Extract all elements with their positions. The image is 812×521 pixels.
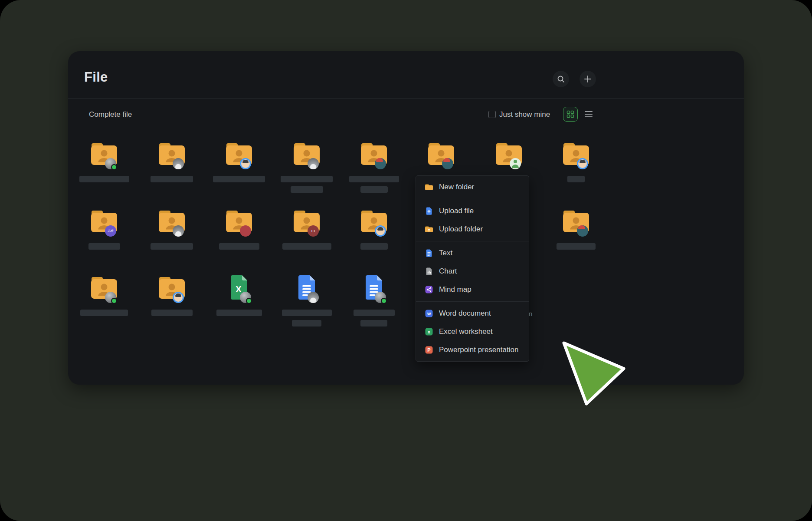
menu-item-label: Word document	[439, 309, 491, 318]
redacted-file-name	[360, 320, 387, 326]
file-item[interactable]: X	[206, 274, 272, 335]
menu-item-label: Mind map	[439, 285, 471, 294]
file-item[interactable]	[72, 274, 137, 335]
menu-item-label: Powerpoint presentation	[439, 346, 518, 354]
redacted-file-name	[88, 243, 120, 250]
redacted-file-name	[282, 310, 332, 316]
redacted-file-name	[216, 310, 262, 316]
file-grid: 志程LIX	[68, 51, 744, 385]
word-icon: w	[425, 309, 433, 318]
partially-hidden-text: n	[529, 310, 532, 317]
boy-blue-ring-avatar	[375, 225, 386, 237]
redacted-file-name	[557, 243, 596, 250]
redacted-file-name	[151, 243, 193, 250]
gray-photo-avatar	[105, 158, 116, 169]
redacted-file-name	[219, 243, 259, 250]
menu-item-word-document[interactable]: wWord document	[416, 304, 529, 323]
file-item[interactable]	[206, 140, 272, 201]
new-folder-icon	[425, 183, 433, 191]
file-item[interactable]	[139, 274, 204, 335]
chart-doc-icon	[425, 267, 433, 276]
file-item[interactable]	[544, 207, 609, 269]
menu-item-chart[interactable]: Chart	[416, 262, 529, 280]
menu-item-excel-worksheet[interactable]: xExcel worksheet	[416, 323, 529, 341]
redacted-file-name	[360, 186, 388, 193]
maroon-li-avatar: LI	[308, 225, 319, 237]
redacted-file-name	[567, 176, 585, 182]
redacted-file-name	[354, 310, 395, 316]
redacted-file-name	[80, 310, 128, 316]
text-doc-icon	[425, 249, 433, 257]
svg-text:x: x	[428, 329, 430, 334]
svg-text:w: w	[427, 311, 431, 316]
red-text-avatar	[240, 225, 251, 237]
menu-item-label: New folder	[439, 183, 474, 191]
cat-avatar	[173, 225, 184, 237]
gray-photo-avatar	[105, 292, 116, 303]
green-person-avatar	[510, 158, 521, 169]
menu-item-mind-map[interactable]: Mind map	[416, 280, 529, 299]
cat-avatar	[173, 158, 184, 169]
menu-divider	[416, 199, 529, 199]
upload-folder-icon	[425, 225, 433, 234]
redacted-file-name	[282, 243, 331, 250]
file-item[interactable]	[544, 140, 609, 201]
boy-blue-ring-avatar	[173, 292, 184, 303]
menu-item-label: Upload file	[439, 207, 474, 215]
menu-item-label: Text	[439, 249, 452, 257]
menu-item-label: Excel worksheet	[439, 327, 493, 336]
file-item[interactable]: 志程	[72, 207, 137, 269]
cat-avatar	[308, 158, 319, 169]
menu-divider	[416, 301, 529, 302]
menu-item-powerpoint-presentation[interactable]: PPowerpoint presentation	[416, 341, 529, 359]
file-manager-window: File Complete file Just show mine 志程LIX	[68, 51, 744, 385]
file-item[interactable]	[274, 274, 339, 335]
file-item[interactable]	[139, 140, 204, 201]
redacted-file-name	[292, 320, 321, 326]
powerpoint-icon: P	[425, 346, 433, 354]
menu-item-text[interactable]: Text	[416, 244, 529, 262]
purple-text-avatar: 志程	[105, 225, 116, 237]
redacted-file-name	[349, 176, 399, 182]
menu-divider	[416, 241, 529, 241]
file-item[interactable]	[341, 140, 406, 201]
girl-red-avatar	[375, 158, 386, 169]
redacted-file-name	[281, 176, 333, 182]
girl-red-avatar	[577, 225, 588, 237]
svg-text:P: P	[427, 347, 430, 353]
desktop-background: File Complete file Just show mine 志程LIX	[0, 0, 812, 521]
gray-photo-avatar	[240, 292, 251, 303]
boy-blue-ring-avatar	[577, 158, 588, 169]
boy-blue-ring-avatar	[240, 158, 251, 169]
file-item[interactable]	[206, 207, 272, 269]
redacted-file-name	[79, 176, 129, 182]
file-item[interactable]	[72, 140, 137, 201]
file-item[interactable]: LI	[274, 207, 339, 269]
file-item[interactable]	[341, 207, 406, 269]
redacted-file-name	[291, 186, 323, 193]
menu-item-upload-file[interactable]: Upload file	[416, 202, 529, 220]
cat-avatar	[308, 292, 319, 303]
redacted-file-name	[151, 176, 193, 182]
file-item[interactable]	[341, 274, 406, 335]
mind-map-icon	[425, 285, 433, 294]
menu-item-upload-folder[interactable]: Upload folder	[416, 220, 529, 238]
svg-text:X: X	[236, 284, 242, 294]
file-item[interactable]	[139, 207, 204, 269]
girl-red-avatar	[442, 158, 453, 169]
redacted-file-name	[151, 310, 193, 316]
redacted-file-name	[360, 243, 388, 250]
redacted-file-name	[213, 176, 265, 182]
menu-item-label: Chart	[439, 267, 457, 276]
new-item-context-menu: New folderUpload fileUpload folderTextCh…	[416, 175, 529, 362]
excel-icon: x	[425, 327, 433, 336]
gray-photo-avatar	[375, 292, 386, 303]
menu-item-new-folder[interactable]: New folder	[416, 178, 529, 196]
file-item[interactable]	[274, 140, 339, 201]
upload-file-icon	[425, 207, 433, 215]
menu-item-label: Upload folder	[439, 225, 483, 234]
